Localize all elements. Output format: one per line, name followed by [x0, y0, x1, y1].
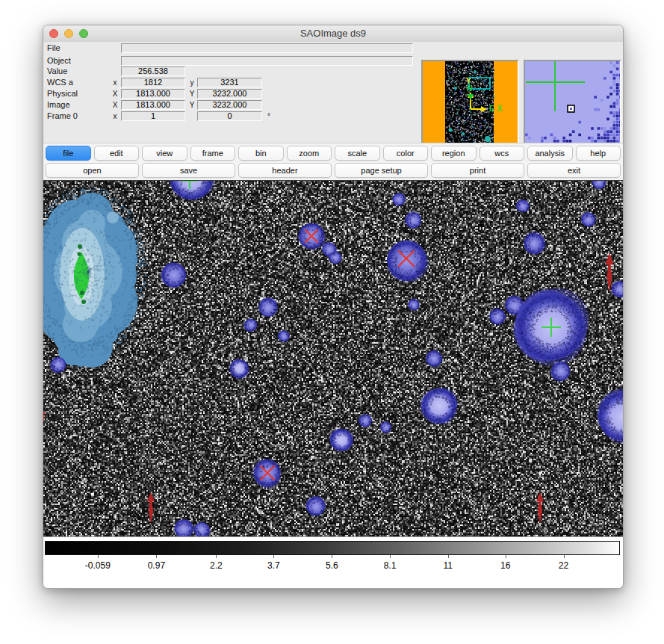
info-fields: FileObjectValue256.538WCS ax1812y3231Phy…	[43, 42, 421, 143]
info-label-physical: Physical	[47, 89, 78, 99]
info-label-image: Image	[47, 100, 70, 110]
menubar: fileeditviewframebinzoomscalecolorregion…	[43, 143, 623, 180]
colorbar-tick	[216, 555, 217, 558]
colorbar-tick-label: 11	[444, 560, 453, 571]
close-button[interactable]	[49, 29, 58, 38]
axis-label-2: y	[187, 78, 196, 87]
colorbar-tick-label: 5.6	[326, 560, 338, 571]
info-label-object: Object	[47, 56, 71, 66]
axis-label-1: X	[111, 101, 120, 110]
titlebar[interactable]: SAOImage ds9	[43, 25, 623, 43]
info-row-physical: PhysicalX1813.000Y3232.000	[43, 89, 421, 99]
colorbar-tick-label: 3.7	[267, 560, 280, 571]
button-save[interactable]: save	[142, 163, 235, 178]
desktop: SAOImage ds9 FileObjectValue256.538WCS a…	[0, 0, 664, 644]
menu-row-2: opensaveheaderpage setupprintexit	[43, 161, 623, 178]
menu-row-1: fileeditviewframebinzoomscalecolorregion…	[43, 143, 623, 161]
axis-label-2: Y	[187, 90, 196, 99]
ds9-window: SAOImage ds9 FileObjectValue256.538WCS a…	[43, 25, 624, 589]
axis-label-1: x	[111, 78, 120, 87]
field-wcs-a-1[interactable]: 1812	[121, 78, 185, 87]
colorbar-gradient[interactable]	[45, 541, 620, 555]
colorbar-panel: -0.0590.972.23.75.68.1111622	[43, 536, 623, 588]
menu-color[interactable]: color	[383, 146, 429, 161]
field-image-1[interactable]: 1813.000	[121, 100, 185, 110]
button-print[interactable]: print	[431, 163, 524, 178]
field-image-2[interactable]: 3232.000	[197, 100, 262, 110]
colorbar-tick-label: 2.2	[210, 560, 223, 571]
menu-bin[interactable]: bin	[238, 146, 284, 161]
zoom-button[interactable]	[79, 29, 88, 38]
field-frame-0-2[interactable]: 0	[197, 111, 262, 121]
colorbar-tick	[273, 555, 274, 558]
minimize-button[interactable]	[64, 29, 73, 38]
field-frame-0-1[interactable]: 1	[121, 111, 185, 121]
menu-scale[interactable]: scale	[335, 146, 380, 161]
info-row-object: Object	[43, 56, 421, 66]
window-title: SAOImage ds9	[43, 25, 623, 42]
axis-label-1: x	[111, 112, 120, 121]
colorbar-tick-label: -0.059	[85, 560, 111, 571]
image-canvas[interactable]	[43, 181, 623, 537]
colorbar-tick	[448, 555, 449, 558]
field-object[interactable]	[121, 56, 413, 66]
info-row-frame-0: Frame 0x10°	[43, 111, 421, 121]
info-panel: FileObjectValue256.538WCS ax1812y3231Phy…	[43, 42, 623, 143]
colorbar-tick-label: 16	[500, 560, 510, 571]
info-label-value: Value	[47, 66, 67, 76]
colorbar-tick	[564, 555, 565, 558]
colorbar-tick-label: 22	[559, 560, 568, 571]
axis-label-1: X	[111, 90, 120, 99]
colorbar-tick	[506, 555, 506, 558]
menu-view[interactable]: view	[142, 146, 187, 161]
menu-zoom[interactable]: zoom	[287, 146, 332, 161]
colorbar-tick	[156, 555, 157, 558]
field-physical-1[interactable]: 1813.000	[121, 89, 185, 99]
button-exit[interactable]: exit	[527, 163, 621, 178]
field-wcs-a-2[interactable]: 3231	[197, 78, 262, 87]
colorbar-tick	[98, 555, 99, 558]
menu-edit[interactable]: edit	[94, 146, 140, 161]
colorbar-tick-label: 8.1	[384, 560, 397, 571]
colorbar-tick	[332, 555, 332, 558]
magnifier-canvas	[525, 61, 620, 156]
field-physical-2[interactable]: 3232.000	[197, 89, 262, 99]
info-label-frame-0: Frame 0	[47, 111, 78, 121]
button-header[interactable]: header	[238, 163, 332, 178]
field-value[interactable]: 256.538	[121, 66, 185, 76]
info-label-file: File	[47, 43, 60, 53]
menu-region[interactable]: region	[431, 146, 477, 161]
degree-symbol: °	[267, 111, 270, 121]
info-row-file: File	[43, 43, 421, 53]
colorbar-tick-label: 0.97	[148, 560, 165, 571]
colorbar-tick	[390, 555, 391, 558]
field-file[interactable]	[121, 43, 413, 53]
menu-analysis[interactable]: analysis	[527, 146, 573, 161]
menu-wcs[interactable]: wcs	[480, 146, 525, 161]
panner-canvas[interactable]	[423, 61, 518, 156]
axis-label-2: Y	[187, 101, 196, 110]
button-open[interactable]: open	[46, 163, 139, 178]
info-row-wcs-a: WCS ax1812y3231	[43, 78, 421, 87]
menu-help[interactable]: help	[576, 146, 621, 161]
menu-frame[interactable]: frame	[190, 146, 236, 161]
info-row-image: ImageX1813.000Y3232.000	[43, 100, 421, 110]
button-page-setup[interactable]: page setup	[335, 163, 428, 178]
menu-file[interactable]: file	[46, 146, 91, 161]
info-row-value: Value256.538	[43, 66, 421, 76]
image-area	[43, 180, 623, 537]
info-label-wcs-a: WCS a	[47, 78, 73, 87]
